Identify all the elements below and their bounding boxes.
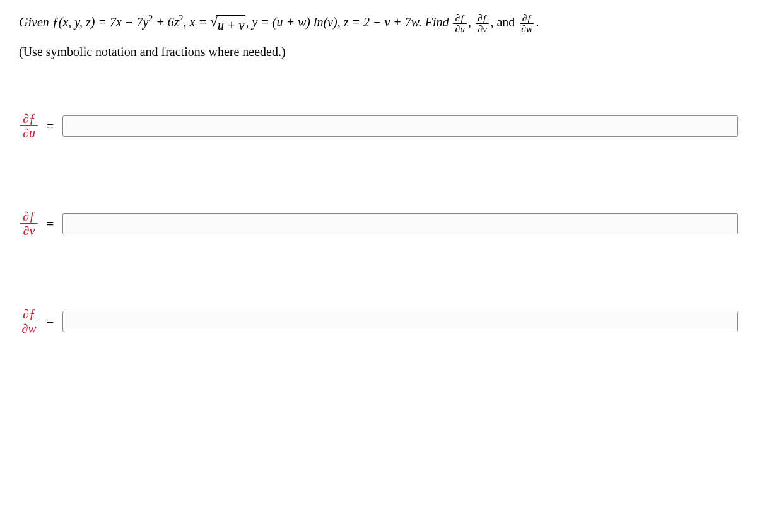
period: . (536, 15, 539, 29)
label-dfdw-den: ∂w (19, 321, 38, 335)
input-dfdv[interactable] (62, 213, 738, 234)
z-exponent: 2 (179, 14, 184, 23)
label-dfdv-num: ∂ƒ (20, 209, 38, 224)
problem-text-2: + 6z (153, 15, 179, 29)
label-dfdu: ∂ƒ ∂u (19, 112, 39, 140)
sep2: , and (490, 15, 518, 29)
answer-row-dfdu: ∂ƒ ∂u = (19, 112, 738, 140)
answer-row-dfdw: ∂ƒ ∂w = (19, 307, 738, 335)
answer-row-dfdv: ∂ƒ ∂v = (19, 209, 738, 238)
sep1: , (468, 15, 474, 29)
problem-text-1: Given ƒ(x, y, z) = 7x − 7y (19, 15, 148, 29)
sqrt-expression: √u + v (210, 15, 245, 35)
input-dfdu[interactable] (62, 115, 738, 137)
label-dfdw: ∂ƒ ∂w (19, 307, 39, 335)
frac-dfdv: ∂ƒ∂v (476, 13, 490, 35)
sqrt-arg: u + v (216, 15, 245, 35)
label-dfdv: ∂ƒ ∂v (19, 209, 39, 238)
label-dfdu-num: ∂ƒ (20, 112, 38, 126)
problem-text-4: , y = (u + w) ln(v), z = 2 − v + 7w. Fin… (245, 15, 452, 29)
label-dfdv-den: ∂v (21, 224, 38, 238)
equals-sign: = (47, 117, 54, 136)
label-dfdw-num: ∂ƒ (20, 307, 38, 321)
input-dfdw[interactable] (62, 311, 738, 332)
problem-text-3: , x = (184, 15, 210, 29)
equals-sign: = (47, 312, 54, 331)
frac-dfdu: ∂ƒ∂u (453, 13, 467, 35)
problem-statement: Given ƒ(x, y, z) = 7x − 7y2 + 6z2, x = √… (19, 13, 738, 35)
label-dfdu-den: ∂u (20, 126, 38, 140)
problem-hint: (Use symbolic notation and fractions whe… (19, 42, 738, 61)
frac-dfdw: ∂ƒ∂w (519, 13, 534, 35)
equals-sign: = (47, 214, 54, 233)
